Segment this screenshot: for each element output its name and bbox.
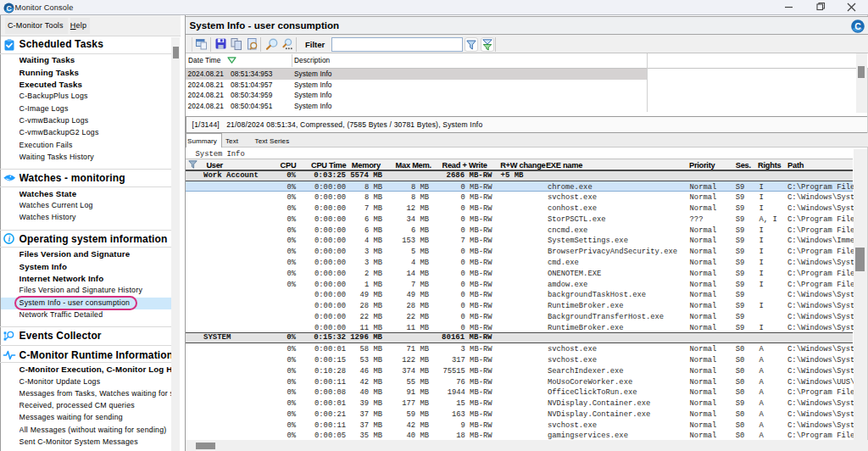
svg-text:i: i: [8, 235, 11, 243]
svg-text:C: C: [854, 21, 861, 31]
svg-text:C: C: [6, 4, 11, 13]
